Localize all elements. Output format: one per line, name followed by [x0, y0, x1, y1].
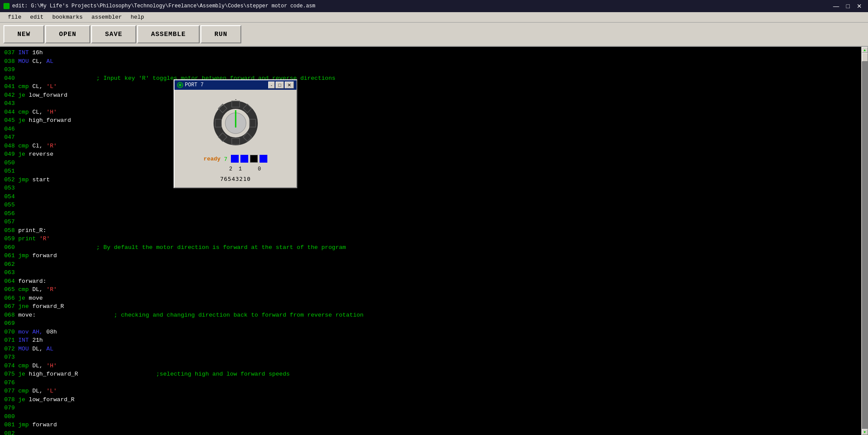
- port-title-bar: PORT 7 - □ ✕: [174, 80, 296, 90]
- port-bit-labels: 2 1 0: [208, 166, 263, 172]
- line-content: INT 21h: [18, 336, 861, 345]
- menu-file[interactable]: file: [3, 13, 26, 21]
- line-content: print_R:: [18, 226, 861, 235]
- code-comment: ; checking and changing direction back t…: [114, 312, 364, 318]
- bit-num-0: 0: [256, 166, 263, 172]
- port-bit-string: 76543210: [220, 176, 251, 182]
- bit-indicators: [231, 155, 267, 163]
- line-content: je high_forward: [18, 116, 861, 125]
- menu-edit[interactable]: edit: [26, 13, 48, 21]
- line-content: ; Input key 'R' toggles motor between fo…: [18, 74, 861, 83]
- menu-assembler[interactable]: assembler: [87, 13, 126, 21]
- bit-num-blank3: [246, 166, 254, 172]
- scroll-thumb[interactable]: [862, 53, 868, 62]
- status-label: ready: [204, 156, 220, 162]
- table-row: 044cmp CL, 'H': [0, 108, 861, 117]
- port-close-button[interactable]: ✕: [285, 82, 294, 88]
- line-number: 056: [0, 209, 18, 218]
- svg-point-2: [179, 84, 181, 86]
- line-number: 081: [0, 421, 18, 429]
- table-row: 049je reverse: [0, 150, 861, 159]
- line-number: 066: [0, 294, 18, 303]
- table-row: 045je high_forward: [0, 116, 861, 125]
- close-button[interactable]: ✕: [854, 3, 865, 9]
- bit-box-1: [240, 155, 248, 163]
- table-row: 055: [0, 201, 861, 209]
- table-row: 042je low_forward: [0, 91, 861, 100]
- save-button[interactable]: SAVE: [91, 25, 136, 43]
- table-row: 064forward:: [0, 277, 861, 286]
- line-number: 076: [0, 379, 18, 387]
- svg-text:-: -: [234, 96, 237, 102]
- line-number: 058: [0, 226, 18, 235]
- line-number: 077: [0, 387, 18, 396]
- menu-bookmarks[interactable]: bookmarks: [48, 13, 87, 21]
- table-row: 072MOU DL, AL: [0, 345, 861, 353]
- bit-num-blank1: [208, 166, 216, 172]
- table-row: 060; By default the motor direction is f…: [0, 243, 861, 252]
- maximize-button[interactable]: □: [844, 3, 852, 9]
- line-content: [18, 268, 861, 277]
- table-row: 059print 'R': [0, 235, 861, 243]
- line-number: 049: [0, 150, 18, 159]
- scroll-track[interactable]: [862, 53, 868, 429]
- table-row: 053: [0, 184, 861, 193]
- line-content: [18, 353, 861, 362]
- line-content: [18, 125, 861, 134]
- menu-help[interactable]: help: [126, 13, 148, 21]
- line-content: [18, 218, 861, 226]
- line-number: 043: [0, 99, 18, 108]
- bit-num-1: 1: [237, 166, 244, 172]
- line-number: 037: [0, 49, 18, 57]
- line-content: print 'R': [18, 235, 861, 243]
- line-number: 047: [0, 133, 18, 142]
- new-button[interactable]: NEW: [3, 25, 44, 43]
- open-button[interactable]: OPEN: [45, 25, 90, 43]
- line-number: 046: [0, 125, 18, 134]
- scrollbar[interactable]: ▲ ▼: [861, 47, 868, 435]
- line-number: 048: [0, 142, 18, 150]
- table-row: 065cmp DL, 'R': [0, 285, 861, 294]
- assemble-button[interactable]: ASSEMBLE: [137, 25, 200, 43]
- line-number: 040: [0, 74, 18, 83]
- line-content: je high_forward_R;selecting high and low…: [18, 370, 861, 379]
- line-number: 082: [0, 429, 18, 435]
- scroll-down-arrow[interactable]: ▼: [862, 429, 868, 435]
- line-content: [18, 201, 861, 209]
- table-row: 038MOU CL, AL: [0, 57, 861, 66]
- line-content: je move: [18, 294, 861, 303]
- line-number: 055: [0, 201, 18, 209]
- line-content: [18, 133, 861, 142]
- line-content: forward:: [18, 277, 861, 286]
- line-content: [18, 404, 861, 412]
- line-content: je reverse: [18, 150, 861, 159]
- line-content: move:; checking and changing direction b…: [18, 311, 861, 320]
- table-row: 079: [0, 404, 861, 412]
- bit-box-spacer: [250, 155, 258, 163]
- title-bar: edit: G:\My Life's Projects\Philosophy\T…: [0, 0, 868, 12]
- line-number: 064: [0, 277, 18, 286]
- port-maximize-button[interactable]: □: [276, 82, 284, 88]
- code-editor[interactable]: 037INT 16h038MOU CL, AL039040; Input key…: [0, 47, 861, 435]
- line-number: 079: [0, 404, 18, 412]
- line-number: 053: [0, 184, 18, 193]
- line-number: 073: [0, 353, 18, 362]
- bit-box-2: [231, 155, 239, 163]
- minimize-button[interactable]: —: [831, 3, 842, 9]
- line-content: jne forward_R: [18, 302, 861, 311]
- line-number: 080: [0, 412, 18, 421]
- line-content: [18, 209, 861, 218]
- line-number: 057: [0, 218, 18, 226]
- line-content: cmp DL, 'R': [18, 285, 861, 294]
- table-row: 062: [0, 260, 861, 269]
- line-content: INT 16h: [18, 49, 861, 57]
- editor-area: 037INT 16h038MOU CL, AL039040; Input key…: [0, 47, 868, 435]
- run-button[interactable]: RUN: [201, 25, 241, 43]
- line-number: 074: [0, 362, 18, 370]
- port-minimize-button[interactable]: -: [268, 82, 275, 88]
- line-content: MOU DL, AL: [18, 345, 861, 353]
- line-number: 071: [0, 336, 18, 345]
- table-row: 070mov AH, 08h: [0, 328, 861, 337]
- scroll-up-arrow[interactable]: ▲: [862, 47, 868, 53]
- table-row: 074cmp DL, 'H': [0, 362, 861, 370]
